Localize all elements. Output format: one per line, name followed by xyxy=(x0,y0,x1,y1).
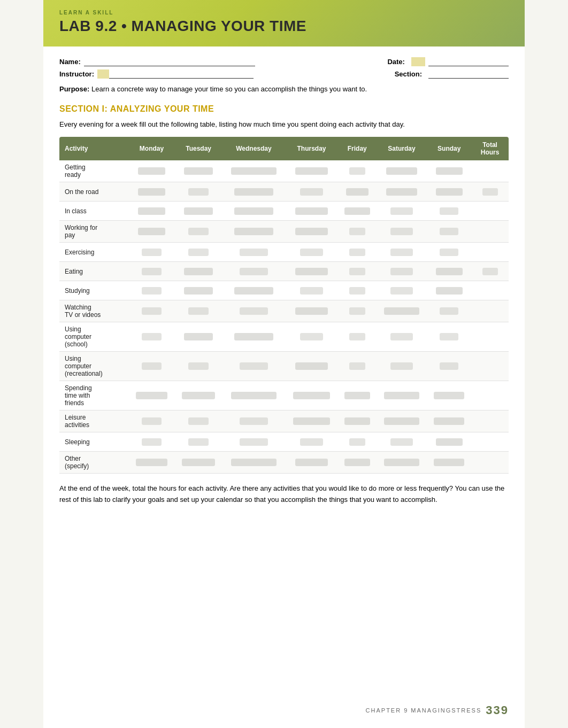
day-cell[interactable] xyxy=(471,243,509,262)
instructor-input[interactable] xyxy=(109,70,254,79)
day-cell[interactable] xyxy=(174,322,222,352)
day-cell[interactable] xyxy=(285,221,338,243)
day-cell[interactable] xyxy=(174,300,222,322)
day-cell[interactable] xyxy=(129,221,175,243)
day-cell[interactable] xyxy=(174,432,222,452)
day-cell[interactable] xyxy=(174,160,222,182)
day-cell[interactable] xyxy=(285,300,338,322)
day-cell[interactable] xyxy=(285,411,338,432)
day-cell[interactable] xyxy=(471,452,509,474)
day-cell[interactable] xyxy=(427,202,471,221)
day-cell[interactable] xyxy=(338,322,377,352)
section-input[interactable] xyxy=(428,70,509,79)
day-cell[interactable] xyxy=(377,202,427,221)
day-cell[interactable] xyxy=(377,352,427,381)
day-cell[interactable] xyxy=(285,281,338,300)
day-cell[interactable] xyxy=(471,281,509,300)
day-cell[interactable] xyxy=(222,300,285,322)
day-cell[interactable] xyxy=(377,381,427,411)
day-cell[interactable] xyxy=(471,322,509,352)
day-cell[interactable] xyxy=(338,182,377,202)
day-cell[interactable] xyxy=(129,432,175,452)
day-cell[interactable] xyxy=(285,322,338,352)
day-cell[interactable] xyxy=(427,221,471,243)
day-cell[interactable] xyxy=(427,262,471,281)
day-cell[interactable] xyxy=(427,352,471,381)
day-cell[interactable] xyxy=(377,243,427,262)
day-cell[interactable] xyxy=(285,202,338,221)
day-cell[interactable] xyxy=(427,160,471,182)
day-cell[interactable] xyxy=(377,322,427,352)
day-cell[interactable] xyxy=(338,281,377,300)
day-cell[interactable] xyxy=(174,262,222,281)
day-cell[interactable] xyxy=(377,182,427,202)
day-cell[interactable] xyxy=(427,300,471,322)
day-cell[interactable] xyxy=(174,182,222,202)
day-cell[interactable] xyxy=(222,281,285,300)
day-cell[interactable] xyxy=(377,452,427,474)
day-cell[interactable] xyxy=(222,262,285,281)
day-cell[interactable] xyxy=(338,202,377,221)
day-cell[interactable] xyxy=(129,182,175,202)
day-cell[interactable] xyxy=(377,221,427,243)
day-cell[interactable] xyxy=(129,262,175,281)
day-cell[interactable] xyxy=(427,432,471,452)
day-cell[interactable] xyxy=(338,352,377,381)
day-cell[interactable] xyxy=(129,411,175,432)
day-cell[interactable] xyxy=(129,322,175,352)
day-cell[interactable] xyxy=(471,411,509,432)
day-cell[interactable] xyxy=(222,221,285,243)
day-cell[interactable] xyxy=(471,160,509,182)
day-cell[interactable] xyxy=(129,160,175,182)
day-cell[interactable] xyxy=(285,182,338,202)
day-cell[interactable] xyxy=(471,221,509,243)
day-cell[interactable] xyxy=(338,411,377,432)
day-cell[interactable] xyxy=(174,352,222,381)
day-cell[interactable] xyxy=(174,452,222,474)
day-cell[interactable] xyxy=(377,411,427,432)
day-cell[interactable] xyxy=(222,452,285,474)
day-cell[interactable] xyxy=(471,182,509,202)
day-cell[interactable] xyxy=(377,281,427,300)
day-cell[interactable] xyxy=(222,322,285,352)
day-cell[interactable] xyxy=(222,411,285,432)
day-cell[interactable] xyxy=(222,352,285,381)
day-cell[interactable] xyxy=(427,281,471,300)
day-cell[interactable] xyxy=(471,381,509,411)
day-cell[interactable] xyxy=(338,262,377,281)
day-cell[interactable] xyxy=(338,452,377,474)
day-cell[interactable] xyxy=(427,243,471,262)
day-cell[interactable] xyxy=(338,300,377,322)
day-cell[interactable] xyxy=(129,352,175,381)
day-cell[interactable] xyxy=(427,411,471,432)
name-input[interactable] xyxy=(84,58,255,66)
day-cell[interactable] xyxy=(285,381,338,411)
day-cell[interactable] xyxy=(338,381,377,411)
day-cell[interactable] xyxy=(174,381,222,411)
day-cell[interactable] xyxy=(174,243,222,262)
day-cell[interactable] xyxy=(129,300,175,322)
day-cell[interactable] xyxy=(285,262,338,281)
day-cell[interactable] xyxy=(285,352,338,381)
day-cell[interactable] xyxy=(427,322,471,352)
day-cell[interactable] xyxy=(174,281,222,300)
day-cell[interactable] xyxy=(129,202,175,221)
day-cell[interactable] xyxy=(222,432,285,452)
day-cell[interactable] xyxy=(338,432,377,452)
day-cell[interactable] xyxy=(471,202,509,221)
day-cell[interactable] xyxy=(471,300,509,322)
day-cell[interactable] xyxy=(129,381,175,411)
day-cell[interactable] xyxy=(129,243,175,262)
day-cell[interactable] xyxy=(174,221,222,243)
day-cell[interactable] xyxy=(338,221,377,243)
day-cell[interactable] xyxy=(285,243,338,262)
day-cell[interactable] xyxy=(377,300,427,322)
day-cell[interactable] xyxy=(222,160,285,182)
day-cell[interactable] xyxy=(427,452,471,474)
day-cell[interactable] xyxy=(174,411,222,432)
day-cell[interactable] xyxy=(285,432,338,452)
day-cell[interactable] xyxy=(427,182,471,202)
day-cell[interactable] xyxy=(129,281,175,300)
day-cell[interactable] xyxy=(471,352,509,381)
day-cell[interactable] xyxy=(222,182,285,202)
